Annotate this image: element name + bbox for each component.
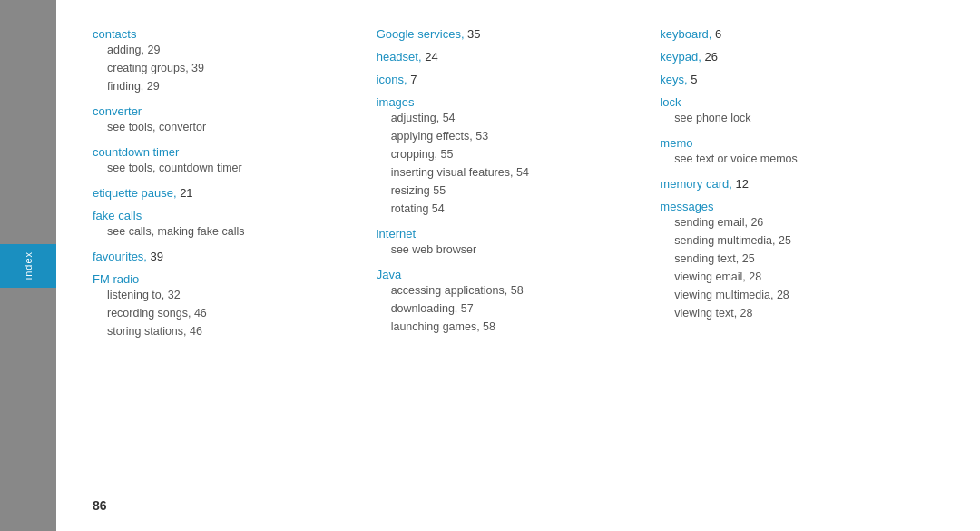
entry-page: 6 <box>711 27 721 41</box>
entry-term-line: etiquette pause, 21 <box>93 186 349 200</box>
sub-entry: viewing text, 28 <box>674 304 916 322</box>
index-entry: convertersee tools, convertor <box>93 104 349 136</box>
entry-term: messages <box>660 200 713 213</box>
sub-entry: sending email, 26 <box>674 213 916 231</box>
sub-entries: see phone lock <box>674 109 916 127</box>
index-column-col1: contactsadding, 29creating groups, 39fin… <box>93 27 377 489</box>
entry-term: countdown timer <box>93 145 179 159</box>
sub-entries: see tools, convertor <box>107 118 349 136</box>
index-entry: icons, 7 <box>377 73 633 86</box>
sub-entry: downloading, 57 <box>391 300 633 318</box>
sub-entry: accessing applications, 58 <box>391 281 633 300</box>
entry-term-line: Java <box>377 268 633 281</box>
entry-term-line: internet <box>377 227 633 241</box>
entry-page: 35 <box>465 27 481 41</box>
entry-page: 12 <box>732 177 749 191</box>
entry-term: keypad, <box>660 50 701 64</box>
sub-entry: launching games, 58 <box>391 318 633 336</box>
index-entry: fake callssee calls, making fake calls <box>93 209 349 241</box>
entry-term: etiquette pause, <box>93 186 177 200</box>
entry-term-line: FM radio <box>93 272 349 286</box>
sub-entry: adjusting, 54 <box>391 109 633 127</box>
index-entry: keyboard, 6 <box>660 27 916 41</box>
entry-term: images <box>377 95 415 109</box>
entry-term-line: converter <box>93 104 349 118</box>
index-entry: messagessending email, 26sending multime… <box>660 200 916 322</box>
sub-entry: see tools, countdown timer <box>107 159 349 177</box>
entry-term-line: favourites, 39 <box>93 250 349 263</box>
entry-term-line: Google services, 35 <box>377 27 633 41</box>
entry-page: 7 <box>407 73 417 86</box>
entry-term-line: contacts <box>93 27 349 41</box>
index-entry: keys, 5 <box>660 73 916 86</box>
sub-entry: see calls, making fake calls <box>107 222 349 241</box>
sub-entry: listening to, 32 <box>107 286 349 304</box>
sub-entry: applying effects, 53 <box>391 127 633 145</box>
entry-term: keys, <box>660 73 687 86</box>
entry-term: Java <box>377 268 401 281</box>
index-entry: keypad, 26 <box>660 50 916 64</box>
index-entry: Javaaccessing applications, 58downloadin… <box>377 268 633 336</box>
sub-entries: sending email, 26sending multimedia, 25s… <box>674 213 916 322</box>
index-entry: internetsee web browser <box>377 227 633 259</box>
index-entry: FM radiolistening to, 32recording songs,… <box>93 272 349 340</box>
entry-term: converter <box>93 104 142 118</box>
entry-term: memo <box>660 136 692 150</box>
sub-entry: rotating 54 <box>391 200 633 218</box>
sub-entries: see text or voice memos <box>674 150 916 168</box>
entry-page: 39 <box>147 250 163 263</box>
index-entry: favourites, 39 <box>93 250 349 263</box>
sub-entry: recording songs, 46 <box>107 304 349 322</box>
entry-term-line: headset, 24 <box>377 50 633 64</box>
sub-entries: listening to, 32recording songs, 46stori… <box>107 286 349 340</box>
entry-term: keyboard, <box>660 27 711 41</box>
sub-entries: see calls, making fake calls <box>107 222 349 241</box>
index-entry: imagesadjusting, 54applying effects, 53c… <box>377 95 633 218</box>
entry-term: icons, <box>377 73 407 86</box>
sub-entries: accessing applications, 58downloading, 5… <box>391 281 633 336</box>
entry-term-line: countdown timer <box>93 145 349 159</box>
entry-term: memory card, <box>660 177 731 191</box>
index-entry: locksee phone lock <box>660 95 916 127</box>
sub-entry: see tools, convertor <box>107 118 349 136</box>
sub-entry: see web browser <box>391 241 633 259</box>
entry-term-line: keypad, 26 <box>660 50 916 64</box>
sub-entries: see tools, countdown timer <box>107 159 349 177</box>
sub-entries: see web browser <box>391 241 633 259</box>
entry-term: FM radio <box>93 272 139 286</box>
entry-term-line: lock <box>660 95 916 109</box>
sub-entry: sending text, 25 <box>674 250 916 268</box>
sub-entries: adding, 29creating groups, 39finding, 29 <box>107 41 349 95</box>
sub-entries: adjusting, 54applying effects, 53croppin… <box>391 109 633 218</box>
entry-page: 5 <box>688 73 698 86</box>
sub-entry: storing stations, 46 <box>107 322 349 340</box>
entry-term-line: memory card, 12 <box>660 177 916 191</box>
entry-term-line: messages <box>660 200 916 213</box>
entry-term: lock <box>660 95 681 109</box>
entry-term: favourites, <box>93 250 147 263</box>
index-columns: contactsadding, 29creating groups, 39fin… <box>93 27 944 489</box>
main-content: contactsadding, 29creating groups, 39fin… <box>56 0 980 531</box>
entry-term-line: icons, 7 <box>377 73 633 86</box>
sub-entry: adding, 29 <box>107 41 349 59</box>
sidebar-label: index <box>23 251 34 280</box>
entry-page: 21 <box>177 186 193 200</box>
entry-page: 26 <box>701 50 718 64</box>
page-number: 86 <box>93 498 944 513</box>
index-entry: etiquette pause, 21 <box>93 186 349 200</box>
index-entry: memosee text or voice memos <box>660 136 916 168</box>
entry-term-line: keyboard, 6 <box>660 27 916 41</box>
sub-entry: finding, 29 <box>107 77 349 95</box>
index-entry: Google services, 35 <box>377 27 633 41</box>
entry-term: Google services, <box>377 27 465 41</box>
entry-term-line: images <box>377 95 633 109</box>
index-entry: memory card, 12 <box>660 177 916 191</box>
index-entry: contactsadding, 29creating groups, 39fin… <box>93 27 349 95</box>
index-entry: countdown timersee tools, countdown time… <box>93 145 349 177</box>
sub-entry: viewing multimedia, 28 <box>674 286 916 304</box>
entry-term: headset, <box>377 50 422 64</box>
index-column-col3: keyboard, 6keypad, 26keys, 5locksee phon… <box>660 27 944 489</box>
sub-entry: inserting visual features, 54 <box>391 163 633 182</box>
sub-entry: resizing 55 <box>391 182 633 200</box>
sub-entry: see phone lock <box>674 109 916 127</box>
